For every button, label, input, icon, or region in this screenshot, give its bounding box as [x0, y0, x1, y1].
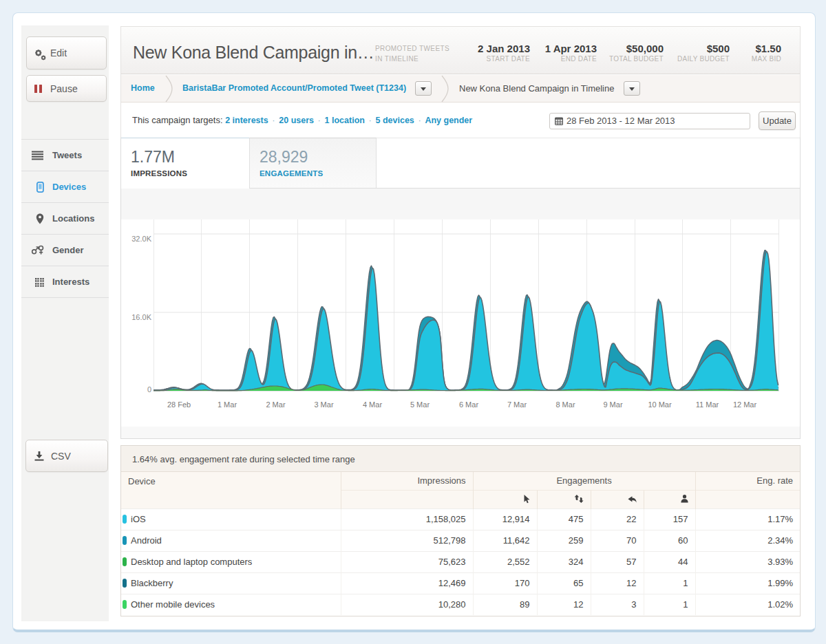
- svg-text:4 Mar: 4 Mar: [363, 400, 382, 409]
- svg-text:6 Mar: 6 Mar: [459, 400, 478, 409]
- svg-text:7 Mar: 7 Mar: [507, 400, 527, 409]
- svg-text:10 Mar: 10 Mar: [648, 400, 672, 409]
- svg-text:9 Mar: 9 Mar: [603, 400, 622, 409]
- svg-text:8 Mar: 8 Mar: [555, 400, 575, 409]
- svg-text:12 Mar: 12 Mar: [733, 400, 757, 409]
- svg-text:0: 0: [147, 385, 151, 394]
- svg-text:28 Feb: 28 Feb: [167, 400, 191, 409]
- svg-text:5 Mar: 5 Mar: [410, 400, 430, 409]
- svg-text:11 Mar: 11 Mar: [696, 400, 719, 409]
- svg-text:1 Mar: 1 Mar: [218, 400, 237, 409]
- svg-text:16.0K: 16.0K: [131, 313, 151, 321]
- svg-text:3 Mar: 3 Mar: [314, 400, 333, 409]
- svg-text:2 Mar: 2 Mar: [266, 400, 285, 409]
- svg-text:32.0K: 32.0K: [131, 235, 151, 243]
